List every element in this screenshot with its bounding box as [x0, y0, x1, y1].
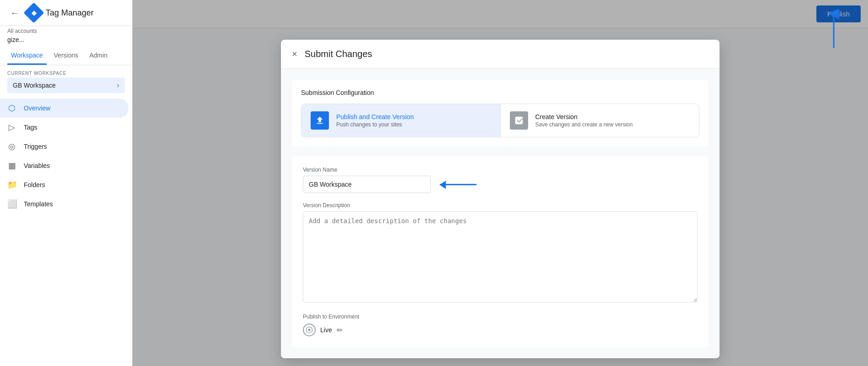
sidebar-item-triggers[interactable]: ◎ Triggers [0, 137, 128, 156]
live-env-icon [303, 324, 316, 336]
dialog-header: × Submit Changes [281, 40, 720, 69]
arrow-line [440, 183, 476, 185]
close-dialog-button[interactable]: × [292, 49, 297, 59]
version-name-label: Version Name [303, 167, 698, 173]
sidebar-item-triggers-label: Triggers [24, 143, 47, 150]
publish-create-icon [311, 111, 329, 130]
option-cards: Publish and Create Version Push changes … [301, 104, 699, 137]
tab-admin[interactable]: Admin [85, 47, 111, 65]
chevron-right-icon: › [117, 81, 119, 89]
tags-icon: ▷ [7, 122, 16, 132]
version-desc-textarea[interactable] [303, 211, 698, 303]
version-name-input[interactable] [303, 176, 431, 193]
sidebar-header: ← ◆ Tag Manager [0, 0, 132, 26]
form-section: Version Name Version Description Publish… [292, 156, 709, 347]
svg-point-1 [308, 329, 310, 331]
option-create-version[interactable]: Create Version Save changes and create a… [501, 104, 699, 137]
version-desc-label: Version Description [303, 202, 698, 209]
submission-config-card: Submission Configuration Publish and Cre… [292, 80, 709, 146]
workspace-label: CURRENT WORKSPACE [7, 71, 125, 76]
submit-changes-dialog: × Submit Changes Submission Configuratio… [281, 40, 720, 358]
back-button[interactable]: ← [7, 5, 22, 20]
tab-versions[interactable]: Versions [50, 47, 82, 65]
publish-env-section: Publish to Environment Live ✏ [303, 314, 698, 336]
nav-items: ⬡ Overview ▷ Tags ◎ Triggers ▦ Variables… [0, 95, 132, 217]
sidebar-item-folders[interactable]: 📁 Folders [0, 175, 128, 194]
sidebar-item-tags-label: Tags [24, 124, 37, 131]
option-publish-create-desc: Push changes to your sites [336, 121, 414, 128]
sidebar-item-variables-label: Variables [24, 162, 50, 169]
live-env-row: Live ✏ [303, 324, 698, 336]
arrow-annotation [440, 183, 476, 185]
account-name: gize... [0, 36, 132, 47]
account-label: All accounts [0, 26, 132, 36]
option-create-version-text: Create Version Save changes and create a… [535, 113, 633, 128]
option-publish-create-text: Publish and Create Version Push changes … [336, 113, 414, 128]
option-create-version-title: Create Version [535, 113, 633, 120]
sidebar: ← ◆ Tag Manager All accounts gize... Wor… [0, 0, 132, 366]
option-publish-create-title: Publish and Create Version [336, 113, 414, 120]
main-area: Publish × Submit Changes Submission Conf… [132, 0, 868, 366]
submission-config-title: Submission Configuration [301, 89, 699, 96]
folders-icon: 📁 [7, 180, 16, 190]
workspace-selector[interactable]: GB Workspace › [7, 78, 125, 93]
sidebar-item-tags[interactable]: ▷ Tags [0, 118, 128, 137]
option-publish-create[interactable]: Publish and Create Version Push changes … [302, 104, 501, 137]
workspace-section: CURRENT WORKSPACE GB Workspace › [0, 65, 132, 95]
dialog-body: Submission Configuration Publish and Cre… [281, 69, 720, 358]
app-title: Tag Manager [46, 8, 94, 18]
option-create-version-desc: Save changes and create a new version [535, 121, 633, 128]
edit-env-button[interactable]: ✏ [337, 325, 343, 334]
sidebar-item-overview[interactable]: ⬡ Overview [0, 99, 128, 118]
overview-icon: ⬡ [7, 103, 16, 113]
templates-icon: ⬜ [7, 199, 16, 209]
sidebar-item-variables[interactable]: ▦ Variables [0, 156, 128, 175]
sidebar-item-overview-label: Overview [24, 105, 50, 112]
app-logo: ◆ [23, 2, 44, 23]
workspace-name: GB Workspace [13, 82, 56, 89]
sidebar-item-templates[interactable]: ⬜ Templates [0, 194, 128, 214]
triggers-icon: ◎ [7, 141, 16, 152]
live-label: Live [320, 326, 332, 334]
dialog-title: Submit Changes [305, 49, 372, 59]
variables-icon: ▦ [7, 161, 16, 171]
sidebar-item-folders-label: Folders [24, 181, 45, 188]
tab-workspace[interactable]: Workspace [7, 47, 47, 65]
nav-tabs: Workspace Versions Admin [0, 47, 132, 65]
sidebar-item-templates-label: Templates [24, 200, 53, 208]
publish-env-label: Publish to Environment [303, 314, 698, 320]
version-name-row [303, 176, 698, 193]
create-version-icon [510, 111, 528, 130]
